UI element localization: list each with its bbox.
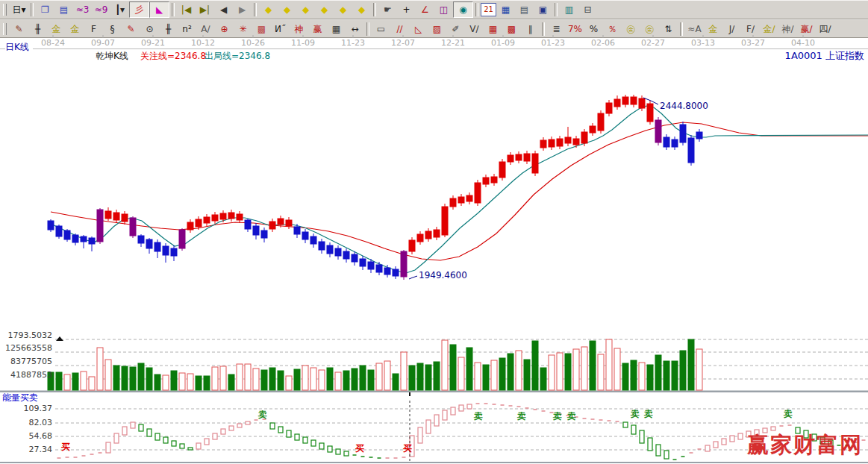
volume-bar (540, 368, 546, 390)
energy-mark (664, 451, 669, 459)
volume-bar (212, 367, 218, 390)
candle (622, 97, 628, 104)
energy-mark (771, 427, 775, 430)
energy-mark (311, 440, 316, 446)
energy-mark (229, 426, 234, 430)
candle (491, 177, 497, 183)
candle (294, 227, 300, 234)
volume-bar (524, 360, 530, 390)
candle (360, 259, 366, 266)
energy-mark (287, 430, 291, 437)
volume-bar (187, 374, 193, 390)
candle (81, 236, 87, 242)
volume-bar (409, 366, 415, 390)
candle (524, 154, 530, 161)
volume-bar (622, 363, 628, 390)
volume-bar (475, 363, 481, 390)
volume-bar (664, 361, 669, 390)
energy-mark (188, 448, 193, 450)
candle (245, 220, 251, 229)
energy-mark (820, 437, 825, 444)
volume-bar (516, 351, 522, 390)
candle (393, 269, 399, 276)
volume-bar (302, 366, 308, 390)
volume-bar (228, 374, 234, 390)
candle (113, 213, 119, 220)
candle (196, 219, 202, 227)
candle (56, 226, 62, 236)
candle (401, 251, 407, 277)
volume-bar (606, 339, 612, 390)
energy-mark (319, 443, 324, 449)
chart-canvas[interactable] (0, 0, 868, 464)
candle (187, 222, 193, 230)
candle (310, 236, 316, 244)
candle (532, 154, 538, 173)
energy-mark (270, 423, 275, 429)
volume-bar (688, 339, 694, 390)
volume-bar (245, 364, 251, 390)
volume-bar (113, 366, 119, 390)
volume-bar (368, 370, 374, 390)
candle (450, 198, 456, 207)
volume-bar (491, 360, 497, 390)
candle (228, 213, 234, 219)
candle (499, 162, 505, 178)
candle (179, 230, 185, 248)
volume-bar (163, 375, 169, 390)
candle (146, 239, 152, 248)
energy-mark (163, 437, 168, 443)
candle (368, 262, 374, 269)
candle (606, 103, 612, 113)
energy-mark (755, 430, 759, 435)
volume-bar (204, 376, 210, 390)
energy-mark (246, 421, 250, 424)
energy-mark (295, 434, 299, 440)
candle (302, 232, 308, 239)
volume-bar (269, 368, 275, 390)
volume-bar (335, 372, 341, 390)
volume-bar (680, 351, 686, 390)
energy-mark (828, 440, 833, 446)
candle (466, 195, 472, 201)
candle (286, 220, 292, 226)
energy-mark (434, 415, 439, 426)
candle (220, 213, 226, 219)
volume-bar (655, 355, 661, 390)
volume-bar (97, 348, 103, 390)
energy-mark (410, 436, 414, 457)
volume-bar (458, 357, 464, 390)
energy-mark (139, 424, 143, 431)
candle (327, 245, 333, 254)
volume-bar (319, 370, 325, 390)
volume-bar (532, 341, 538, 390)
volume-bar (672, 361, 678, 390)
volume-bar (614, 348, 620, 390)
energy-mark (763, 428, 767, 433)
energy-mark (459, 405, 463, 411)
candle (105, 211, 111, 219)
candle (261, 231, 267, 238)
volume-bar (237, 364, 243, 390)
volume-bar (384, 361, 390, 390)
energy-mark (131, 422, 135, 428)
energy-mark (451, 407, 455, 415)
candle (540, 140, 546, 148)
volume-bar (631, 360, 637, 390)
volume-bar (360, 366, 366, 390)
energy-mark (443, 410, 447, 420)
volume-bar (89, 377, 95, 390)
volume-bar (179, 373, 185, 390)
candle (573, 139, 579, 145)
candle (581, 132, 587, 143)
volume-bar (590, 341, 596, 390)
volume-bar (499, 358, 505, 390)
energy-mark (344, 451, 349, 456)
energy-mark (328, 446, 332, 452)
candle (696, 132, 702, 139)
energy-mark (730, 436, 734, 442)
candle (278, 219, 284, 225)
candle (212, 215, 218, 221)
candle (130, 218, 136, 236)
candle (343, 251, 349, 259)
